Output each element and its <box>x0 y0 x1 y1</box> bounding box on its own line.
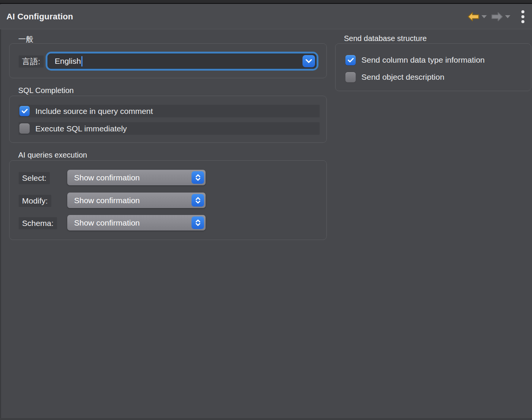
forward-arrow-icon <box>491 12 503 22</box>
updown-chevrons-icon <box>192 171 204 184</box>
language-value: English <box>55 57 81 66</box>
section-title-ai-queries-execution: AI queries execution <box>18 151 87 159</box>
checkbox-icon[interactable] <box>345 72 356 82</box>
forward-button[interactable] <box>490 11 511 22</box>
check-icon <box>22 109 28 114</box>
chevron-down-icon <box>306 59 312 63</box>
back-arrow-icon <box>467 12 480 22</box>
language-dropdown-button[interactable] <box>302 55 315 67</box>
section-title-general: 一般 <box>18 34 33 44</box>
checkbox-label: Execute SQL immediately <box>35 124 127 133</box>
modify-label: Modify: <box>19 195 51 207</box>
checkbox-label: Send object description <box>361 73 444 82</box>
preferences-header: AI Configuration <box>0 5 532 29</box>
window-bottom-edge <box>0 418 532 420</box>
dropdown-value: Show confirmation <box>74 173 140 182</box>
dropdown-value: Show confirmation <box>74 196 140 205</box>
group-send-database-structure: Send column data type information Send o… <box>335 43 531 91</box>
modify-confirmation-dropdown[interactable]: Show confirmation <box>67 193 206 208</box>
back-button[interactable] <box>467 11 488 22</box>
checkbox-send-column-data-type-information[interactable]: Send column data type information <box>345 55 485 65</box>
language-combo-input[interactable]: English <box>48 54 317 69</box>
header-actions <box>467 5 527 29</box>
checkbox-icon[interactable] <box>19 106 30 116</box>
schema-confirmation-dropdown[interactable]: Show confirmation <box>67 215 206 231</box>
checkbox-icon[interactable] <box>345 55 356 65</box>
select-label: Select: <box>19 172 50 184</box>
check-icon <box>348 58 354 63</box>
updown-chevrons-icon <box>192 216 204 229</box>
group-ai-queries-execution: Select: Show confirmation Modify: Show c… <box>9 160 327 240</box>
page-title: AI Configuration <box>6 12 73 22</box>
checkbox-label: Include source in query comment <box>35 107 153 116</box>
checkbox-execute-sql-immediately[interactable]: Execute SQL immediately <box>19 122 320 135</box>
kebab-menu-icon[interactable] <box>519 9 527 24</box>
schema-label: Schema: <box>19 217 57 229</box>
language-combo-focus-ring: English <box>46 52 318 71</box>
ai-configuration-preferences-page: AI Configuration <box>0 0 532 420</box>
window-top-edge <box>0 0 532 4</box>
section-title-sql-completion: SQL Completion <box>18 86 74 95</box>
checkbox-icon[interactable] <box>19 123 30 134</box>
section-title-send-database-structure: Send database structure <box>344 34 427 43</box>
checkbox-label: Send column data type information <box>361 55 485 65</box>
language-label: 言語: <box>19 55 44 68</box>
dropdown-value: Show confirmation <box>74 218 140 227</box>
forward-history-caret-icon[interactable] <box>505 15 510 18</box>
select-confirmation-dropdown[interactable]: Show confirmation <box>67 170 206 185</box>
group-sql-completion: Include source in query comment Execute … <box>9 96 327 143</box>
checkbox-include-source-in-query-comment[interactable]: Include source in query comment <box>19 105 320 117</box>
checkbox-send-object-description[interactable]: Send object description <box>345 72 444 82</box>
updown-chevrons-icon <box>192 194 204 207</box>
back-history-caret-icon[interactable] <box>481 15 487 18</box>
text-cursor <box>81 56 82 66</box>
